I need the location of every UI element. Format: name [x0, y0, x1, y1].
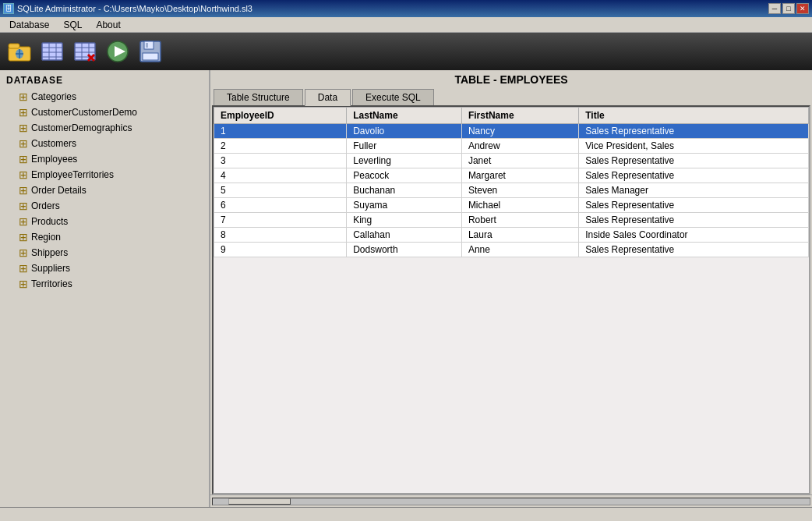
cell-id: 9: [214, 243, 347, 257]
sidebar-label-ccd: CustomerCustomerDemo: [31, 107, 137, 118]
sidebar-item-suppliers[interactable]: ⊞ Suppliers: [0, 260, 209, 276]
cell-lastname: Callahan: [347, 228, 462, 243]
table-row[interactable]: 8CallahanLauraInside Sales Coordinator: [214, 228, 809, 243]
sidebar-item-shippers[interactable]: ⊞ Shippers: [0, 245, 209, 260]
cell-lastname: Davolio: [347, 124, 462, 139]
sidebar-item-customercustomerdemo[interactable]: ⊞ CustomerCustomerDemo: [0, 105, 209, 120]
scrollbar-track[interactable]: [212, 498, 810, 505]
sidebar-item-territories[interactable]: ⊞ Territories: [0, 276, 209, 292]
table-button[interactable]: [37, 37, 67, 66]
table-create-icon: [40, 39, 65, 64]
save-icon: [138, 39, 163, 64]
sidebar-item-region[interactable]: ⊞ Region: [0, 229, 209, 245]
cell-title: Sales Representative: [579, 198, 809, 213]
table-row[interactable]: 6SuyamaMichaelSales Representative: [214, 198, 809, 213]
run-button[interactable]: [103, 37, 132, 66]
sidebar-label-categories: Categories: [31, 91, 76, 102]
save-button[interactable]: [136, 37, 165, 66]
cell-title: Vice President, Sales: [579, 139, 809, 154]
cell-firstname: Anne: [461, 243, 578, 257]
cell-title: Sales Representative: [579, 154, 809, 168]
menu-about[interactable]: About: [90, 18, 126, 32]
sidebar-label-shippers: Shippers: [31, 247, 68, 258]
tree-icon-categories: ⊞: [19, 90, 28, 103]
svg-rect-5: [42, 43, 62, 60]
sidebar-label-et: EmployeeTerritories: [31, 169, 114, 180]
delete-icon: [72, 39, 97, 64]
tab-execute-sql[interactable]: Execute SQL: [352, 89, 434, 105]
cell-firstname: Andrew: [461, 139, 578, 154]
table-row[interactable]: 3LeverlingJanetSales Representative: [214, 154, 809, 168]
data-table-container[interactable]: EmployeeID LastName FirstName Title 1Dav…: [212, 105, 810, 494]
cell-id: 5: [214, 183, 347, 198]
cell-lastname: Buchanan: [347, 183, 462, 198]
sidebar-item-orderdetails[interactable]: ⊞ Order Details: [0, 183, 209, 198]
sidebar-label-od: Order Details: [31, 185, 86, 196]
cell-firstname: Steven: [461, 183, 578, 198]
sidebar-item-employees[interactable]: ⊞ Employees: [0, 151, 209, 167]
menu-database[interactable]: Database: [3, 18, 55, 32]
cell-id: 2: [214, 139, 347, 154]
sidebar-item-products[interactable]: ⊞ Products: [0, 214, 209, 229]
cell-id: 4: [214, 168, 347, 183]
tree-icon-cdemo: ⊞: [19, 122, 28, 134]
table-row[interactable]: 4PeacockMargaretSales Representative: [214, 168, 809, 183]
run-icon: [105, 39, 130, 64]
scrollbar-thumb[interactable]: [228, 498, 291, 505]
sidebar-item-employeeterritories[interactable]: ⊞ EmployeeTerritories: [0, 167, 209, 183]
table-row[interactable]: 1DavolioNancySales Representative: [214, 124, 809, 139]
employees-table: EmployeeID LastName FirstName Title 1Dav…: [214, 107, 809, 257]
cell-lastname: Fuller: [347, 139, 462, 154]
svg-rect-23: [143, 53, 158, 60]
window-title: SQLite Administrator - C:\Users\Mayko\De…: [17, 4, 252, 13]
cell-title: Sales Representative: [579, 124, 809, 139]
cell-lastname: Peacock: [347, 168, 462, 183]
sidebar-label-region: Region: [31, 232, 61, 243]
minimize-button[interactable]: ─: [768, 3, 781, 14]
tree-icon-shippers: ⊞: [19, 246, 28, 259]
delete-button[interactable]: [70, 37, 100, 66]
open-db-button[interactable]: [5, 37, 34, 66]
maximize-button[interactable]: □: [782, 3, 795, 14]
sidebar-label-territories: Territories: [31, 278, 72, 289]
tree-icon-territories: ⊞: [19, 278, 28, 290]
table-row[interactable]: 7KingRobertSales Representative: [214, 213, 809, 228]
tab-data[interactable]: Data: [305, 89, 351, 106]
close-button[interactable]: ✕: [796, 3, 809, 14]
cell-lastname: Dodsworth: [347, 243, 462, 257]
cell-firstname: Robert: [461, 213, 578, 228]
cell-id: 8: [214, 228, 347, 243]
col-firstname: FirstName: [461, 108, 578, 124]
cell-firstname: Nancy: [461, 124, 578, 139]
tabs-bar: Table Structure Data Execute SQL: [210, 89, 812, 105]
tree-icon-orders: ⊞: [19, 200, 28, 212]
tree-icon-od: ⊞: [19, 184, 28, 197]
table-row[interactable]: 2FullerAndrewVice President, Sales: [214, 139, 809, 154]
table-header-row: EmployeeID LastName FirstName Title: [214, 108, 809, 124]
table-row[interactable]: 9DodsworthAnneSales Representative: [214, 243, 809, 257]
cell-lastname: Suyama: [347, 198, 462, 213]
tree-icon-suppliers: ⊞: [19, 262, 28, 275]
col-employeeid: EmployeeID: [214, 108, 347, 124]
cell-title: Sales Representative: [579, 168, 809, 183]
sidebar-item-categories[interactable]: ⊞ Categories: [0, 89, 209, 105]
cell-id: 6: [214, 198, 347, 213]
menu-sql[interactable]: SQL: [57, 18, 88, 32]
sidebar-item-customerdemographics[interactable]: ⊞ CustomerDemographics: [0, 120, 209, 136]
cell-firstname: Janet: [461, 154, 578, 168]
menu-bar: Database SQL About: [0, 17, 812, 33]
tree-icon-employees: ⊞: [19, 153, 28, 165]
svg-rect-1: [9, 44, 19, 48]
sidebar-label-suppliers: Suppliers: [31, 263, 70, 274]
cell-firstname: Michael: [461, 198, 578, 213]
cell-title: Sales Manager: [579, 183, 809, 198]
sidebar-item-orders[interactable]: ⊞ Orders: [0, 198, 209, 214]
sidebar-item-customers[interactable]: ⊞ Customers: [0, 136, 209, 151]
tree-icon-et: ⊞: [19, 168, 28, 181]
main-area: DATABASE ⊞ Categories ⊞ CustomerCustomer…: [0, 70, 812, 507]
tab-table-structure[interactable]: Table Structure: [214, 89, 303, 105]
right-panel: TABLE - EMPLOYEES Table Structure Data E…: [210, 70, 812, 507]
horizontal-scrollbar[interactable]: [210, 494, 812, 507]
cell-id: 3: [214, 154, 347, 168]
table-row[interactable]: 5BuchananStevenSales Manager: [214, 183, 809, 198]
